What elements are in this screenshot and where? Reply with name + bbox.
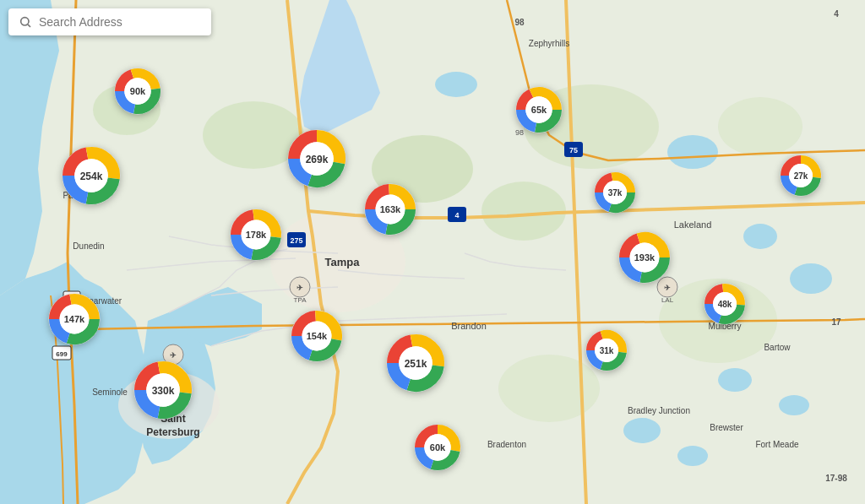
svg-text:Brewster: Brewster (710, 423, 743, 432)
svg-line-60 (28, 24, 30, 27)
marker-m4[interactable]: 163k (363, 182, 417, 236)
search-bar[interactable] (8, 8, 211, 35)
marker-m10[interactable]: 147k (47, 292, 101, 346)
marker-m8[interactable]: 27k (779, 154, 823, 198)
search-input[interactable] (39, 15, 201, 29)
svg-text:154k: 154k (307, 331, 328, 341)
marker-m5[interactable]: 178k (229, 208, 283, 262)
svg-text:Dunedin: Dunedin (73, 241, 104, 251)
svg-point-2 (667, 135, 718, 169)
marker-m13[interactable]: 48k (703, 282, 747, 326)
svg-text:Zephyrhills: Zephyrhills (529, 39, 569, 48)
marker-m15[interactable]: 330k (133, 360, 193, 420)
marker-m9[interactable]: 193k (617, 230, 672, 285)
svg-text:✈: ✈ (296, 284, 303, 292)
svg-text:Lakeland: Lakeland (674, 219, 712, 230)
svg-text:275: 275 (290, 236, 302, 245)
svg-text:Petersburg: Petersburg (146, 426, 199, 438)
marker-m6[interactable]: 65k (514, 85, 563, 134)
svg-text:17-98: 17-98 (825, 474, 847, 483)
svg-text:Brandon: Brandon (451, 321, 487, 331)
svg-text:Seminole: Seminole (92, 387, 128, 397)
svg-text:TPA: TPA (294, 296, 307, 304)
svg-text:4: 4 (454, 211, 459, 219)
search-icon (19, 15, 32, 29)
svg-point-4 (790, 263, 832, 294)
svg-text:31k: 31k (600, 346, 614, 355)
svg-text:✈: ✈ (664, 284, 671, 292)
svg-text:✈: ✈ (170, 351, 177, 360)
svg-text:75: 75 (569, 146, 578, 154)
svg-text:37k: 37k (608, 188, 623, 198)
svg-text:193k: 193k (634, 252, 656, 263)
svg-point-3 (743, 224, 777, 249)
svg-text:163k: 163k (380, 204, 401, 214)
svg-text:48k: 48k (718, 300, 732, 309)
svg-point-59 (21, 18, 29, 25)
svg-text:699: 699 (56, 350, 68, 358)
marker-m12[interactable]: 251k (385, 333, 446, 393)
svg-text:178k: 178k (246, 230, 267, 240)
map-container: 275 4 75 19 699 ✈ TPA ✈ PIE ✈ LAL Tampa … (0, 0, 865, 504)
svg-text:4: 4 (834, 9, 839, 19)
svg-point-12 (481, 182, 566, 241)
svg-text:Bradenton: Bradenton (487, 440, 526, 449)
marker-m2[interactable]: 254k (61, 145, 122, 206)
marker-m1[interactable]: 90k (113, 67, 162, 116)
svg-text:251k: 251k (405, 358, 427, 370)
svg-point-7 (623, 418, 661, 443)
svg-text:LAL: LAL (661, 296, 674, 304)
svg-point-8 (677, 446, 708, 466)
svg-text:269k: 269k (306, 154, 329, 165)
marker-m3[interactable]: 269k (286, 128, 347, 189)
svg-text:65k: 65k (531, 105, 547, 115)
svg-text:27k: 27k (794, 171, 808, 181)
svg-point-18 (718, 97, 802, 156)
svg-text:330k: 330k (152, 385, 175, 397)
svg-text:147k: 147k (64, 314, 85, 324)
marker-m11[interactable]: 154k (290, 309, 344, 363)
svg-point-1 (435, 72, 477, 97)
svg-text:Fort Meade: Fort Meade (755, 440, 799, 449)
svg-text:90k: 90k (130, 86, 146, 96)
svg-point-5 (718, 368, 752, 392)
svg-text:254k: 254k (80, 171, 103, 182)
svg-text:Tampa: Tampa (325, 256, 361, 268)
svg-text:60k: 60k (430, 442, 446, 453)
marker-m14[interactable]: 31k (585, 328, 628, 372)
svg-text:98: 98 (514, 18, 525, 27)
marker-m7[interactable]: 37k (593, 171, 637, 214)
svg-text:17: 17 (831, 317, 841, 327)
svg-text:Bartow: Bartow (764, 343, 791, 352)
svg-text:Bradley Junction: Bradley Junction (628, 406, 690, 415)
svg-point-6 (779, 395, 809, 415)
marker-m16[interactable]: 60k (413, 423, 462, 472)
